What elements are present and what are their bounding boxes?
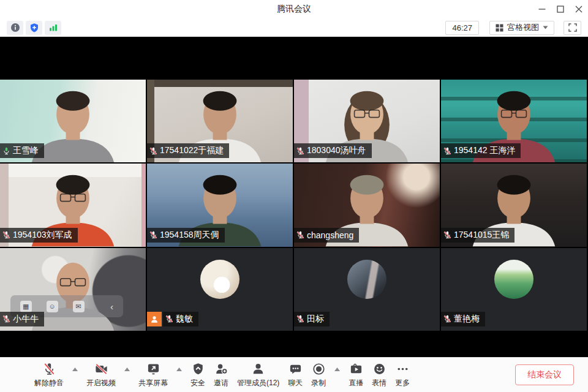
network-signal-button[interactable] (45, 21, 61, 35)
avatar (200, 260, 239, 299)
close-button[interactable] (570, 0, 588, 18)
smiley-chip-icon: ☺ (47, 301, 58, 312)
participant-label: 1954142 王海洋 (441, 143, 521, 158)
more-button[interactable]: 更多 (395, 361, 410, 388)
tool-label: 聊天 (288, 378, 303, 388)
end-meeting-button[interactable]: 结束会议 (515, 364, 574, 385)
share-screen-button[interactable]: 共享屏幕 (138, 361, 168, 388)
muted-mic-icon (165, 315, 173, 323)
video-tile[interactable]: 17541022于福建 (147, 80, 293, 162)
grid-chip-icon: ▦ (20, 301, 32, 312)
minimize-button[interactable] (533, 0, 551, 18)
mic-options-caret[interactable] (72, 368, 78, 371)
video-tile[interactable]: 田标 (294, 248, 440, 331)
muted-mic-icon (296, 147, 304, 155)
participant-name: 王雪峰 (13, 145, 39, 156)
live-stream-button[interactable]: 直播 (349, 361, 363, 388)
toolbar-right-group: 46:27 宫格视图 (445, 21, 581, 35)
tool-label: 安全 (190, 378, 205, 388)
participant-label: 王雪峰 (0, 143, 44, 158)
share-options-caret[interactable] (176, 368, 182, 371)
participant-name: 1954158周天倜 (160, 230, 219, 241)
video-tile[interactable]: 魏敏 (147, 248, 293, 331)
participant-name: 1954103刘军成 (13, 230, 72, 241)
title-bar: 腾讯会议 (0, 0, 588, 18)
muted-mic-icon (149, 231, 157, 239)
muted-mic-icon (443, 147, 451, 155)
meeting-window: 腾讯会议 (0, 0, 588, 392)
participant-label: 董艳梅 (441, 312, 485, 326)
host-badge-icon (147, 312, 162, 326)
tool-label: 解除静音 (34, 378, 64, 388)
muted-mic-icon (149, 147, 157, 155)
chat-button[interactable]: 聊天 (288, 361, 303, 388)
record-options-caret[interactable] (334, 368, 340, 371)
more-dots-icon (396, 361, 410, 376)
video-tile[interactable]: 1954158周天倜 (147, 164, 293, 246)
video-tile[interactable]: changsheng (294, 164, 440, 246)
members-icon (251, 361, 265, 376)
video-options-caret[interactable] (124, 368, 130, 371)
chevron-down-icon (543, 26, 548, 29)
tool-label: 直播 (349, 378, 363, 388)
participant-name: 1803040汤叶舟 (307, 145, 366, 156)
end-meeting-label: 结束会议 (527, 369, 562, 380)
live-tv-icon (349, 361, 363, 376)
unmute-button[interactable]: 解除静音 (34, 361, 64, 388)
fullscreen-button[interactable] (564, 21, 581, 35)
camera-off-icon (94, 361, 108, 376)
muted-mic-icon (2, 231, 10, 239)
participant-name: 1954142 王海洋 (454, 145, 515, 156)
participant-label: 17541022于福建 (147, 143, 229, 158)
tool-label: 表情 (372, 378, 386, 388)
maximize-button[interactable] (551, 0, 570, 18)
tool-label: 开启视频 (86, 378, 116, 388)
video-grid: 王雪峰17541022于福建1803040汤叶舟1954142 王海洋19541… (0, 80, 587, 331)
active-mic-icon (2, 147, 10, 155)
video-tile[interactable]: 董艳梅 (441, 248, 587, 331)
meeting-info-button[interactable] (7, 21, 23, 35)
participant-name: 田标 (307, 314, 324, 325)
invite-button[interactable]: 邀请 (214, 361, 228, 388)
muted-mic-icon (296, 315, 304, 323)
record-button[interactable]: 录制 (311, 361, 326, 388)
manage-members-button[interactable]: 管理成员(12) (237, 361, 279, 388)
participant-label: 17541015王锦 (441, 228, 514, 243)
security-status-button[interactable] (26, 21, 42, 35)
meeting-toolbar-top: 46:27 宫格视图 (0, 18, 588, 37)
view-mode-label: 宫格视图 (507, 22, 539, 33)
window-controls (533, 0, 588, 18)
tool-label: 更多 (395, 378, 410, 388)
video-tile[interactable]: 1954142 王海洋 (441, 80, 587, 162)
video-tile[interactable]: ▦☺✉‹小牛牛 (0, 248, 146, 331)
view-mode-selector[interactable]: 宫格视图 (489, 21, 554, 35)
tool-label: 邀请 (214, 378, 228, 388)
signal-bars-icon (48, 23, 58, 32)
meeting-toolbar-bottom: 解除静音 开启视频 共享屏幕 (0, 357, 588, 392)
participant-label: 1954103刘军成 (0, 228, 78, 243)
muted-mic-icon (443, 231, 451, 239)
participant-label: 小牛牛 (0, 312, 44, 326)
tool-label: 共享屏幕 (138, 378, 168, 388)
video-tile[interactable]: 17541015王锦 (441, 164, 587, 246)
share-screen-icon (146, 361, 160, 376)
chevron-left-icon: ‹ (110, 301, 113, 312)
start-video-button[interactable]: 开启视频 (86, 361, 116, 388)
meeting-stage: 王雪峰17541022于福建1803040汤叶舟1954142 王海洋19541… (0, 37, 588, 357)
emoji-button[interactable]: 表情 (372, 361, 386, 388)
chat-icon (288, 361, 303, 376)
avatar (494, 260, 533, 299)
video-tile[interactable]: 1954103刘军成 (0, 164, 146, 246)
close-icon (575, 6, 582, 13)
video-tile[interactable]: 王雪峰 (0, 80, 146, 162)
participant-label: changsheng (294, 228, 359, 243)
video-tile[interactable]: 1803040汤叶舟 (294, 80, 440, 162)
info-icon (10, 23, 20, 32)
participant-label: 田标 (294, 312, 330, 326)
security-button[interactable]: 安全 (190, 361, 205, 388)
invite-user-icon (214, 361, 228, 376)
participant-name: 17541015王锦 (454, 230, 509, 241)
timer-value: 46:27 (452, 23, 472, 32)
meeting-timer: 46:27 (445, 21, 479, 35)
window-title: 腾讯会议 (277, 4, 311, 15)
